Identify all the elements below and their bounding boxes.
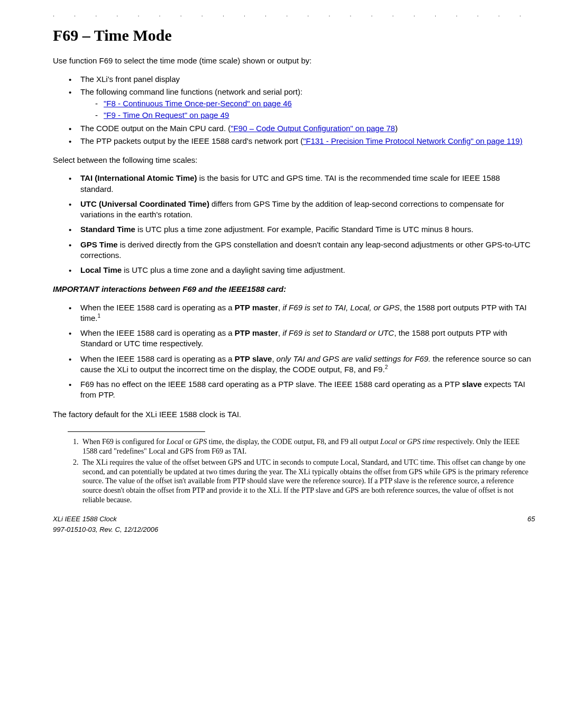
footnote-text: When F69 is configured for Local or GPS …: [82, 437, 530, 456]
text: GPS time: [407, 438, 435, 446]
list-item: When the IEEE 1588 card is operating as …: [69, 354, 535, 375]
text: or: [183, 438, 194, 446]
list-item: UTC (Universal Coordinated Time) differs…: [69, 199, 535, 220]
footnote-rule: [68, 431, 205, 432]
list-item: The following command line functions (ne…: [69, 87, 535, 121]
label: Local Time: [80, 265, 122, 274]
label: Standard Time: [80, 225, 135, 234]
text: ,: [272, 354, 276, 363]
text: PTP master: [235, 328, 278, 337]
list-item: When the IEEE 1588 card is operating as …: [69, 328, 535, 349]
text: time, the display, the CODE output, F8, …: [207, 438, 380, 446]
list-item: F69 has no effect on the IEEE 1588 card …: [69, 379, 535, 401]
sublist: "F8 - Continuous Time Once-per-Second" o…: [80, 98, 535, 121]
text: The following command line functions (ne…: [80, 87, 302, 96]
list-item: TAI (International Atomic Time) is the b…: [69, 173, 535, 195]
text: slave: [462, 380, 482, 389]
text: if F69 is set to TAI, Local, or GPS: [282, 303, 399, 312]
page-number: 65: [528, 514, 535, 524]
list-item: GPS Time is derived directly from the GP…: [69, 239, 535, 261]
intro-text: Use function F69 to select the time mode…: [53, 56, 535, 66]
list-item: When the IEEE 1588 card is operating as …: [69, 302, 535, 324]
link-f9[interactable]: "F9 - Time On Request" on page 49: [104, 110, 229, 119]
text: When the IEEE 1588 card is operating as …: [80, 354, 235, 363]
link-f131[interactable]: "F131 - Precision Time Protocol Network …: [303, 136, 522, 145]
subheading: IMPORTANT interactions between F69 and t…: [53, 284, 535, 294]
footnotes: 1. When F69 is configured for Local or G…: [53, 437, 535, 505]
text: When F69 is configured for: [82, 438, 167, 446]
footnote-num: 2.: [73, 458, 82, 505]
text: or: [397, 438, 407, 446]
text: The XLi's front panel display: [80, 75, 180, 84]
list-item: Standard Time is UTC plus a time zone ad…: [69, 224, 535, 235]
interactions-list: When the IEEE 1588 card is operating as …: [53, 302, 535, 401]
link-f90[interactable]: "F90 – Code Output Configuration" on pag…: [231, 124, 395, 133]
text: When the IEEE 1588 card is operating as …: [80, 328, 235, 337]
text: if F69 is set to Standard or UTC: [282, 328, 394, 337]
list-item: "F9 - Time On Request" on page 49: [95, 110, 535, 121]
text: When the IEEE 1588 card is operating as …: [80, 303, 235, 312]
footer-left: XLi IEEE 1588 Clock: [53, 514, 117, 524]
list-item: Local Time is UTC plus a time zone and a…: [69, 265, 535, 275]
text: GPS: [194, 438, 207, 446]
select-intro: Select between the following time scales…: [53, 155, 535, 165]
footnote-num: 1.: [73, 437, 82, 456]
text: PTP master: [235, 303, 278, 312]
output-list: The XLi's front panel display The follow…: [53, 74, 535, 147]
text: Local: [167, 438, 183, 446]
page-footer: XLi IEEE 1588 Clock 65: [53, 514, 535, 524]
link-f8[interactable]: "F8 - Continuous Time Once-per-Second" o…: [104, 99, 292, 108]
dotted-rule: . . . . . . . . . . . . . . . . . . . . …: [53, 11, 535, 19]
text: is derived directly from the GPS constel…: [80, 240, 530, 260]
time-scales-list: TAI (International Atomic Time) is the b…: [53, 173, 535, 275]
list-item: "F8 - Continuous Time Once-per-Second" o…: [95, 98, 535, 109]
text: ): [395, 124, 398, 133]
text: The CODE output on the Main CPU card. (: [80, 124, 231, 133]
footnote-1: 1. When F69 is configured for Local or G…: [73, 437, 530, 456]
text: is UTC plus a time zone and a daylight s…: [122, 265, 345, 274]
label: TAI (International Atomic Time): [80, 173, 197, 182]
list-item: The PTP packets output by the IEEE 1588 …: [69, 136, 535, 146]
page-title: F69 – Time Mode: [53, 25, 535, 47]
footer-rev: 997-01510-03, Rev. C, 12/12/2006: [53, 525, 535, 535]
text: Local: [380, 438, 397, 446]
footnote-2: 2. The XLi requires the value of the off…: [73, 458, 530, 505]
footnote-text: The XLi requires the value of the offset…: [82, 458, 530, 505]
footnote-ref: 2: [385, 364, 388, 370]
text: only TAI and GPS are valid settings for …: [277, 354, 431, 363]
footnote-ref: 1: [98, 313, 101, 319]
label: UTC (Universal Coordinated Time): [80, 199, 209, 208]
factory-default: The factory default for the XLi IEEE 158…: [53, 409, 535, 420]
text: PTP slave: [235, 354, 272, 363]
text: F69 has no effect on the IEEE 1588 card …: [80, 380, 462, 389]
text: The PTP packets output by the IEEE 1588 …: [80, 136, 303, 145]
list-item: The CODE output on the Main CPU card. ("…: [69, 123, 535, 134]
label: GPS Time: [80, 240, 118, 249]
list-item: The XLi's front panel display: [69, 74, 535, 85]
text: is UTC plus a time zone adjustment. For …: [135, 225, 473, 234]
